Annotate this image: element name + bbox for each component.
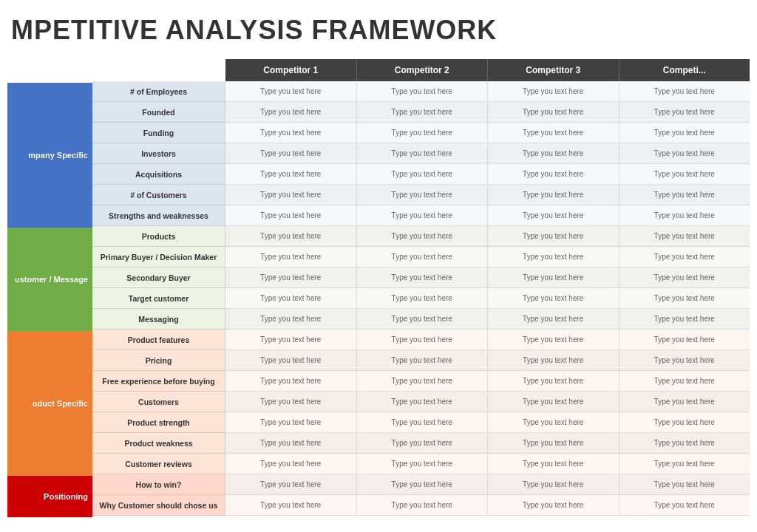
- data-cell-customer-2-2[interactable]: Type you text here: [488, 267, 619, 288]
- data-cell-company-3-0[interactable]: Type you text here: [225, 143, 357, 164]
- data-cell-customer-4-1[interactable]: Type you text here: [357, 309, 489, 330]
- data-cell-company-2-2[interactable]: Type you text here: [488, 123, 619, 143]
- data-cell-product-1-0[interactable]: Type you text here: [225, 350, 357, 371]
- data-cell-company-6-1[interactable]: Type you text here: [357, 205, 489, 226]
- data-cell-positioning-1-3[interactable]: Type you text here: [619, 495, 750, 516]
- data-cell-product-0-3[interactable]: Type you text here: [619, 330, 750, 350]
- competitor-header-4: Competi...: [619, 59, 750, 81]
- data-cell-company-5-2[interactable]: Type you text here: [488, 185, 619, 205]
- data-cell-product-2-2[interactable]: Type you text here: [488, 371, 619, 392]
- data-cell-customer-0-1[interactable]: Type you text here: [357, 226, 489, 247]
- data-cell-customer-3-2[interactable]: Type you text here: [488, 288, 619, 309]
- data-cell-company-1-2[interactable]: Type you text here: [488, 102, 619, 123]
- data-cell-product-1-3[interactable]: Type you text here: [619, 350, 750, 371]
- data-cell-product-4-2[interactable]: Type you text here: [488, 412, 619, 433]
- data-cell-customer-0-0[interactable]: Type you text here: [225, 226, 357, 247]
- data-cell-positioning-1-2[interactable]: Type you text here: [488, 495, 619, 516]
- data-cell-product-1-2[interactable]: Type you text here: [488, 350, 619, 371]
- table-row: ProductsType you text hereType you text …: [92, 226, 750, 247]
- data-cell-company-3-3[interactable]: Type you text here: [619, 143, 750, 164]
- data-cell-company-5-3[interactable]: Type you text here: [619, 185, 750, 205]
- data-cell-company-0-3[interactable]: Type you text here: [619, 81, 750, 102]
- data-cell-customer-4-2[interactable]: Type you text here: [488, 309, 619, 330]
- data-cell-customer-3-1[interactable]: Type you text here: [357, 288, 489, 309]
- data-cell-product-2-1[interactable]: Type you text here: [357, 371, 489, 392]
- data-cell-product-5-2[interactable]: Type you text here: [488, 433, 619, 454]
- data-cell-company-0-2[interactable]: Type you text here: [488, 81, 619, 102]
- data-cell-company-1-1[interactable]: Type you text here: [357, 102, 489, 123]
- row-label-customer-2: Secondary Buyer: [92, 267, 225, 288]
- data-cell-company-4-3[interactable]: Type you text here: [619, 164, 750, 185]
- data-cell-product-4-0[interactable]: Type you text here: [225, 412, 357, 433]
- data-cell-company-0-0[interactable]: Type you text here: [225, 81, 357, 102]
- data-cell-company-6-0[interactable]: Type you text here: [225, 205, 357, 226]
- data-cell-product-0-1[interactable]: Type you text here: [357, 330, 489, 350]
- data-cell-product-1-1[interactable]: Type you text here: [357, 350, 489, 371]
- data-cell-customer-0-3[interactable]: Type you text here: [619, 226, 750, 247]
- data-cell-customer-1-2[interactable]: Type you text here: [488, 247, 619, 267]
- data-cell-product-5-0[interactable]: Type you text here: [225, 433, 357, 454]
- data-cell-customer-2-3[interactable]: Type you text here: [619, 267, 750, 288]
- data-cell-product-3-0[interactable]: Type you text here: [225, 392, 357, 412]
- data-cell-company-2-0[interactable]: Type you text here: [225, 123, 357, 143]
- table-row: Strengths and weaknessesType you text he…: [92, 205, 750, 226]
- data-cell-customer-2-1[interactable]: Type you text here: [357, 267, 489, 288]
- data-cell-product-0-2[interactable]: Type you text here: [488, 330, 619, 350]
- data-cell-product-2-0[interactable]: Type you text here: [225, 371, 357, 392]
- row-label-positioning-1: Why Customer should chose us: [92, 495, 225, 516]
- data-cell-product-3-2[interactable]: Type you text here: [488, 392, 619, 412]
- data-cell-customer-2-0[interactable]: Type you text here: [225, 267, 357, 288]
- data-cell-product-5-3[interactable]: Type you text here: [619, 433, 750, 454]
- data-cell-product-4-1[interactable]: Type you text here: [357, 412, 489, 433]
- data-cell-product-6-3[interactable]: Type you text here: [619, 454, 750, 474]
- data-cell-product-0-0[interactable]: Type you text here: [225, 330, 357, 350]
- data-cell-customer-4-0[interactable]: Type you text here: [225, 309, 357, 330]
- data-cell-customer-0-2[interactable]: Type you text here: [488, 226, 619, 247]
- data-cell-positioning-0-3[interactable]: Type you text here: [619, 474, 750, 495]
- full-table: mpany Specificustomer / Messageoduct Spe…: [7, 59, 750, 517]
- table-main: Competitor 1 Competitor 2 Competitor 3 C…: [92, 59, 750, 517]
- data-cell-positioning-0-1[interactable]: Type you text here: [357, 474, 489, 495]
- data-cell-customer-3-3[interactable]: Type you text here: [619, 288, 750, 309]
- data-cell-customer-4-3[interactable]: Type you text here: [619, 309, 750, 330]
- data-cell-company-1-3[interactable]: Type you text here: [619, 102, 750, 123]
- data-cell-product-6-2[interactable]: Type you text here: [488, 454, 619, 474]
- data-cell-company-6-3[interactable]: Type you text here: [619, 205, 750, 226]
- table-row: Secondary BuyerType you text hereType yo…: [92, 267, 750, 288]
- data-cell-company-4-0[interactable]: Type you text here: [225, 164, 357, 185]
- data-cell-product-4-3[interactable]: Type you text here: [619, 412, 750, 433]
- data-cell-product-2-3[interactable]: Type you text here: [619, 371, 750, 392]
- category-label-customer: ustomer / Message: [7, 228, 92, 331]
- data-cell-company-4-2[interactable]: Type you text here: [488, 164, 619, 185]
- data-cell-positioning-1-1[interactable]: Type you text here: [357, 495, 489, 516]
- data-cell-product-5-1[interactable]: Type you text here: [357, 433, 489, 454]
- data-cell-company-2-3[interactable]: Type you text here: [619, 123, 750, 143]
- data-cell-company-6-2[interactable]: Type you text here: [488, 205, 619, 226]
- table-row: MessagingType you text hereType you text…: [92, 309, 750, 330]
- data-cell-customer-1-0[interactable]: Type you text here: [225, 247, 357, 267]
- data-cell-company-2-1[interactable]: Type you text here: [357, 123, 489, 143]
- competitor-header-3: Competitor 3: [488, 59, 619, 81]
- data-cell-company-3-2[interactable]: Type you text here: [488, 143, 619, 164]
- data-cell-customer-1-1[interactable]: Type you text here: [357, 247, 489, 267]
- data-cell-product-6-0[interactable]: Type you text here: [225, 454, 357, 474]
- data-cell-product-6-1[interactable]: Type you text here: [357, 454, 489, 474]
- table-row: How to win?Type you text hereType you te…: [92, 474, 750, 495]
- row-label-customer-1: Primary Buyer / Decision Maker: [92, 247, 225, 267]
- data-cell-positioning-0-2[interactable]: Type you text here: [488, 474, 619, 495]
- data-cell-company-0-1[interactable]: Type you text here: [357, 81, 489, 102]
- table-row: Product weaknessType you text hereType y…: [92, 433, 750, 454]
- data-cell-customer-3-0[interactable]: Type you text here: [225, 288, 357, 309]
- data-cell-company-1-0[interactable]: Type you text here: [225, 102, 357, 123]
- data-cell-company-5-0[interactable]: Type you text here: [225, 185, 357, 205]
- row-label-company-5: # of Customers: [92, 185, 225, 205]
- data-cell-product-3-3[interactable]: Type you text here: [619, 392, 750, 412]
- data-cell-product-3-1[interactable]: Type you text here: [357, 392, 489, 412]
- data-cell-company-5-1[interactable]: Type you text here: [357, 185, 489, 205]
- data-cell-company-3-1[interactable]: Type you text here: [357, 143, 489, 164]
- data-cell-positioning-1-0[interactable]: Type you text here: [225, 495, 357, 516]
- data-cell-positioning-0-0[interactable]: Type you text here: [225, 474, 357, 495]
- data-cell-customer-1-3[interactable]: Type you text here: [619, 247, 750, 267]
- row-label-product-3: Customers: [92, 392, 225, 412]
- data-cell-company-4-1[interactable]: Type you text here: [357, 164, 489, 185]
